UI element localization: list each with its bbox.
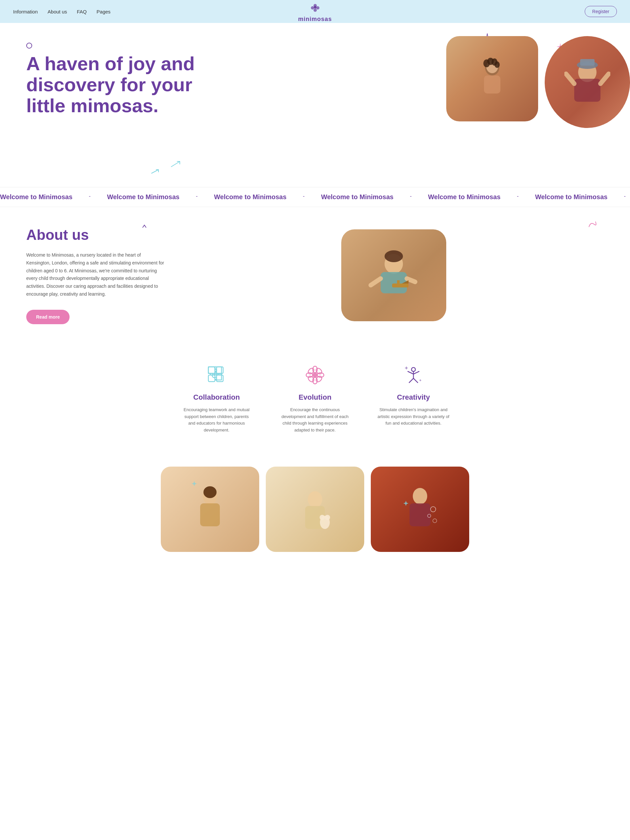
svg-rect-19: [381, 272, 407, 293]
value-collaboration: Collaboration Encouraging teamwork and m…: [180, 363, 253, 434]
svg-line-15: [600, 74, 609, 84]
svg-rect-46: [200, 503, 220, 526]
svg-rect-27: [216, 367, 223, 373]
svg-rect-6: [484, 76, 501, 93]
gallery-item-2: [266, 467, 364, 552]
svg-rect-54: [409, 503, 431, 526]
svg-point-48: [308, 491, 322, 508]
svg-line-14: [566, 74, 574, 84]
evolution-title: Evolution: [298, 393, 332, 402]
about-section: About us Welcome to Minimosas, a nursery…: [0, 207, 630, 344]
svg-rect-26: [208, 367, 215, 373]
svg-point-51: [320, 515, 325, 520]
marquee-item: Welcome to Minimosas: [0, 193, 73, 201]
svg-point-39: [412, 368, 415, 371]
logo-icon: [308, 1, 322, 16]
svg-line-43: [409, 378, 414, 382]
gallery-item-3: [371, 467, 469, 552]
marquee-item: Welcome to Minimosas: [321, 193, 393, 201]
marquee-track: Welcome to Minimosas - Welcome to Minimo…: [0, 193, 630, 201]
svg-point-20: [385, 250, 403, 262]
svg-rect-23: [392, 284, 409, 287]
marquee-item: Welcome to Minimosas: [428, 193, 501, 201]
svg-line-41: [408, 371, 414, 374]
about-image-child: [341, 229, 446, 321]
hero-image-girl-playing: [446, 36, 538, 122]
svg-line-44: [414, 378, 418, 382]
value-evolution: Evolution Encourage the continuous devel…: [279, 363, 351, 434]
nav-faq[interactable]: FAQ: [77, 9, 87, 14]
creativity-icon: [402, 363, 425, 387]
value-creativity: Creativity Stimulate children's imaginat…: [377, 363, 450, 434]
decor-swirl-about: [587, 220, 597, 228]
creativity-title: Creativity: [397, 393, 430, 402]
marquee-item: Welcome to Minimosas: [107, 193, 180, 201]
evolution-icon: [303, 363, 327, 387]
nav-information[interactable]: Information: [13, 9, 38, 14]
svg-point-4: [314, 6, 316, 8]
marquee-item: Welcome to Minimosas: [214, 193, 286, 201]
svg-point-1: [316, 6, 319, 9]
svg-rect-29: [216, 375, 223, 382]
values-section: Collaboration Encouraging teamwork and m…: [0, 344, 630, 453]
svg-line-21: [371, 279, 381, 285]
about-text: About us Welcome to Minimosas, a nursery…: [26, 227, 164, 324]
svg-rect-13: [574, 79, 600, 102]
nav-about-us[interactable]: About us: [47, 9, 67, 14]
svg-point-11: [494, 62, 500, 68]
svg-point-30: [313, 373, 317, 378]
marquee-item: Welcome to Minimosas: [535, 193, 608, 201]
decor-chevron-about: [141, 223, 148, 230]
read-more-button[interactable]: Read more: [26, 310, 69, 324]
nav-links: Information About us FAQ Pages: [13, 9, 111, 14]
hero-images: [446, 36, 630, 128]
nav-pages[interactable]: Pages: [96, 9, 111, 14]
evolution-desc: Encourage the continuous development and…: [279, 407, 351, 434]
svg-point-57: [433, 519, 437, 523]
about-image-wrap: [184, 229, 604, 321]
decor-arrow-1: [171, 161, 180, 167]
svg-rect-17: [580, 59, 595, 66]
decor-arrow-2: [151, 169, 159, 174]
hero-section: A haven of joy and discovery for your li…: [0, 23, 630, 187]
svg-point-52: [325, 515, 330, 520]
navbar: Information About us FAQ Pages minimosas…: [0, 0, 630, 23]
hero-content: A haven of joy and discovery for your li…: [26, 43, 197, 122]
creativity-desc: Stimulate children's imagination and art…: [377, 407, 450, 427]
marquee-section: Welcome to Minimosas - Welcome to Minimo…: [0, 187, 630, 207]
collaboration-title: Collaboration: [193, 393, 240, 402]
about-description: Welcome to Minimosas, a nursery located …: [26, 251, 164, 298]
register-button[interactable]: Register: [585, 6, 617, 17]
gallery-section: [0, 453, 630, 552]
svg-line-42: [414, 371, 419, 374]
svg-point-47: [204, 486, 216, 498]
collaboration-desc: Encouraging teamwork and mutual support …: [180, 407, 253, 434]
svg-point-53: [413, 488, 427, 504]
site-logo: minimosas: [298, 1, 332, 23]
hero-title: A haven of joy and discovery for your li…: [26, 53, 197, 116]
logo-text: minimosas: [298, 16, 332, 23]
svg-point-2: [311, 6, 314, 9]
hero-image-girl-hat: [545, 36, 630, 128]
hero-circle-decor: [26, 43, 32, 49]
svg-point-3: [313, 8, 317, 12]
svg-rect-28: [208, 375, 215, 382]
about-title: About us: [26, 227, 89, 243]
svg-point-55: [431, 507, 436, 512]
svg-rect-25: [397, 280, 399, 284]
gallery-item-1: [161, 467, 259, 552]
collaboration-icon: [205, 363, 228, 387]
